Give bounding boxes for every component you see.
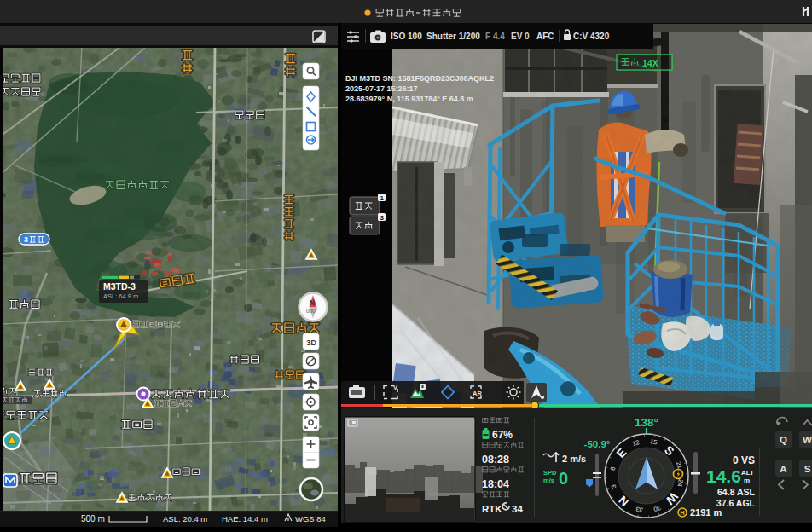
svg-text:2 m/s: 2 m/s bbox=[562, 454, 586, 464]
svg-text:ALT: ALT bbox=[741, 469, 754, 477]
svg-text:S: S bbox=[804, 464, 811, 474]
svg-text:m/s: m/s bbox=[543, 477, 554, 484]
svg-text:HAE: 14.4 m: HAE: 14.4 m bbox=[222, 514, 268, 523]
svg-text:28.683979° N, 115.931784° E 64: 28.683979° N, 115.931784° E 64.8 m bbox=[345, 95, 473, 103]
svg-text:67%: 67% bbox=[492, 429, 513, 441]
svg-text:EV 0: EV 0 bbox=[511, 32, 530, 41]
svg-text:W: W bbox=[803, 435, 812, 445]
svg-text:64.8 ASL: 64.8 ASL bbox=[717, 487, 756, 497]
svg-text:AR: AR bbox=[473, 390, 482, 397]
svg-text:3: 3 bbox=[24, 235, 28, 244]
svg-text:C:V 4320: C:V 4320 bbox=[573, 32, 610, 41]
svg-text:500 m: 500 m bbox=[81, 514, 105, 523]
svg-text:M3TD-3: M3TD-3 bbox=[103, 281, 136, 292]
svg-text:N: N bbox=[310, 298, 315, 307]
svg-text:0 VS: 0 VS bbox=[733, 454, 755, 466]
svg-text:000°: 000° bbox=[306, 308, 318, 314]
svg-text:AFC: AFC bbox=[536, 32, 554, 41]
svg-text:14.6: 14.6 bbox=[706, 466, 741, 486]
svg-text:ISO 100: ISO 100 bbox=[391, 32, 422, 41]
svg-text:-50.9°: -50.9° bbox=[584, 439, 611, 449]
svg-text:37.6 AGL: 37.6 AGL bbox=[716, 498, 756, 508]
svg-text:08:28: 08:28 bbox=[482, 454, 509, 466]
svg-text:1: 1 bbox=[380, 194, 385, 202]
svg-text:ASL: 20.4 m: ASL: 20.4 m bbox=[163, 514, 207, 523]
svg-text:V: V bbox=[393, 384, 397, 391]
svg-text:RTK: RTK bbox=[482, 504, 502, 514]
svg-text:WGS 84: WGS 84 bbox=[295, 514, 326, 523]
svg-text:DJI M3TD SN: 1581F6QRD23CJ00A: DJI M3TD SN: 1581F6QRD23CJ00AQKL2 bbox=[345, 74, 494, 83]
svg-text:34: 34 bbox=[512, 504, 523, 514]
svg-text:3D: 3D bbox=[306, 338, 316, 347]
svg-text:H: H bbox=[680, 510, 684, 516]
svg-text:138°: 138° bbox=[635, 416, 658, 429]
svg-text:14X: 14X bbox=[642, 58, 658, 68]
svg-text:Q: Q bbox=[780, 435, 787, 445]
svg-text:2191 m: 2191 m bbox=[690, 507, 722, 518]
svg-text:3: 3 bbox=[380, 214, 385, 222]
svg-text:A: A bbox=[780, 464, 786, 474]
svg-text:18:04: 18:04 bbox=[482, 478, 509, 490]
svg-text:Shutter 1/200: Shutter 1/200 bbox=[426, 32, 480, 41]
svg-text:m: m bbox=[744, 477, 750, 484]
svg-text:0: 0 bbox=[559, 469, 568, 488]
svg-text:ASL: 64.8 m: ASL: 64.8 m bbox=[103, 292, 138, 300]
svg-text:2025-07-17 15:26:17: 2025-07-17 15:26:17 bbox=[345, 84, 418, 93]
svg-text:F 4.4: F 4.4 bbox=[485, 32, 505, 41]
svg-text:SPD: SPD bbox=[543, 469, 557, 477]
